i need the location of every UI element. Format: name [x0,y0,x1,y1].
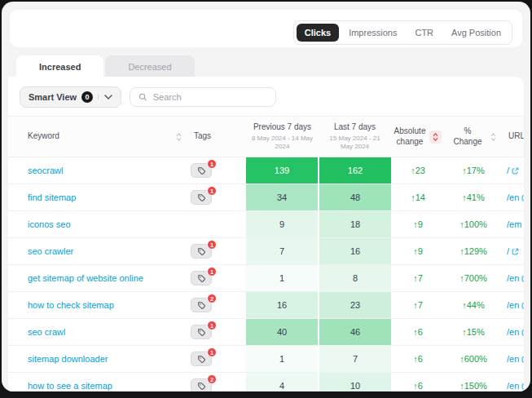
header-absolute-change[interactable]: Absolute change [391,117,445,157]
metric-tab-impressions[interactable]: Impressions [341,24,405,42]
top-bar: Clicks Impressions CTR Avg Position [10,10,522,47]
tag-count-badge: 1 [207,159,217,169]
url-link[interactable]: /en [507,192,524,202]
tag-button[interactable]: 2 [191,378,212,391]
tag-count-badge: 1 [207,186,217,196]
url-link[interactable]: /en [507,381,524,391]
table-row: iconos seo 9 18 ↑9 ↑100% /em [8,211,524,238]
sort-icon-active[interactable] [429,130,442,144]
tag-count-badge: 1 [207,267,217,276]
url-link[interactable]: /en [507,273,524,283]
url-link[interactable]: / [507,166,519,175]
metric-tab-avg-position[interactable]: Avg Position [443,24,509,42]
keyword-link[interactable]: get sitemap of website online [28,273,143,283]
tag-button[interactable]: 1 [191,190,212,205]
search-icon [138,92,147,102]
keywords-table: Keyword Tags Previous 7 days 8 May 2024 … [8,116,524,391]
percent-change-cell: ↑44% [445,292,502,319]
tag-count-badge: 2 [207,374,217,384]
external-link-icon [521,329,524,336]
absolute-change-cell: ↑6 [391,319,445,346]
keyword-link[interactable]: how to see a sitemap [28,381,112,391]
absolute-change-cell: ↑6 [391,373,445,391]
absolute-change-cell: ↑9 [391,211,445,238]
external-link-icon [521,383,524,390]
search-input-wrapper [130,87,276,107]
toolbar: Smart View 0 [8,77,524,116]
header-keyword[interactable]: Keyword [8,117,187,157]
url-link[interactable]: /en [507,354,524,364]
table-body: seocrawl 1 139 162 ↑23 ↑17% / find sitem… [8,157,524,391]
header-absolute-label: Absolute change [394,126,426,147]
tag-icon [197,193,206,202]
smart-view-label: Smart View [29,92,77,102]
previous-value-cell: 1 [246,346,319,373]
tag-icon [197,166,206,175]
header-keyword-label: Keyword [28,131,59,142]
tag-button[interactable]: 1 [191,244,212,259]
keyword-link[interactable]: seo crawler [28,246,73,256]
keyword-link[interactable]: iconos seo [28,219,71,229]
previous-value-cell: 9 [246,211,319,238]
header-tags: Tags [187,117,246,157]
table-row: find sitemap 1 34 48 ↑14 ↑41% /en [8,184,524,211]
last-value-cell: 8 [319,265,391,292]
keyword-link[interactable]: find sitemap [28,192,76,202]
last-value-cell: 7 [319,346,391,373]
tab-decreased[interactable]: Decreased [105,55,194,78]
tag-icon [197,274,206,283]
metric-tab-clicks[interactable]: Clicks [297,24,339,42]
absolute-change-cell: ↑9 [391,238,445,265]
absolute-change-cell: ↑7 [391,265,445,292]
tag-button[interactable]: 1 [191,163,212,178]
sort-icon[interactable] [490,132,497,142]
header-url-label: URL [508,131,524,142]
tag-count-badge: 1 [207,347,217,357]
last-value-cell: 18 [319,211,391,238]
table-header-row: Keyword Tags Previous 7 days 8 May 2024 … [8,117,524,157]
keyword-link[interactable]: seocrawl [28,166,63,175]
table-row: seo crawl 1 40 46 ↑6 ↑15% /en [8,319,524,346]
external-link-icon [512,248,519,255]
smart-view-count-badge: 0 [81,91,93,103]
keyword-link[interactable]: how to check sitemap [28,300,114,310]
chevron-down-icon [98,95,112,100]
url-link[interactable]: /en [507,327,524,337]
external-link-icon [521,356,524,363]
keyword-link[interactable]: seo crawl [28,327,65,337]
table-row: sitemap downloader 1 1 7 ↑6 ↑600% /en [8,346,524,373]
url-link[interactable]: /en [507,300,524,310]
header-last-7-days: Last 7 days 15 May 2024 - 21 May 2024 [319,117,391,157]
last-value-cell: 10 [319,373,391,391]
tag-icon [197,355,206,364]
smart-view-button[interactable]: Smart View 0 [20,86,121,108]
sort-icon[interactable] [175,132,182,142]
absolute-change-cell: ↑7 [391,292,445,319]
table-row: get sitemap of website online 1 1 8 ↑7 ↑… [8,265,524,292]
url-link[interactable]: / [507,246,519,256]
tab-increased[interactable]: Increased [16,55,103,78]
tag-button[interactable]: 1 [191,352,212,366]
search-input[interactable] [153,92,267,102]
tag-button[interactable]: 2 [191,298,212,312]
tag-button[interactable]: 1 [191,271,212,285]
tag-button[interactable]: 1 [191,325,212,339]
metric-tab-ctr[interactable]: CTR [407,24,442,42]
percent-change-cell: ↑129% [445,238,502,265]
previous-value-cell: 139 [246,157,319,184]
percent-change-cell: ↑150% [445,373,502,391]
percent-change-cell: ↑600% [445,346,502,373]
header-previous-label: Previous 7 days [253,122,311,133]
url-link[interactable]: /em [507,219,524,229]
tag-count-badge: 1 [207,321,217,330]
absolute-change-cell: ↑14 [391,184,445,211]
last-value-cell: 162 [319,157,391,184]
tag-icon [197,382,206,391]
last-value-cell: 23 [319,292,391,319]
header-url[interactable]: URL [502,117,524,157]
previous-value-cell: 7 [246,238,319,265]
keyword-link[interactable]: sitemap downloader [28,354,108,364]
header-percent-change[interactable]: % Change [445,117,502,157]
previous-value-cell: 4 [246,373,319,391]
header-previous-range: 8 May 2024 - 14 May 2024 [251,135,314,152]
